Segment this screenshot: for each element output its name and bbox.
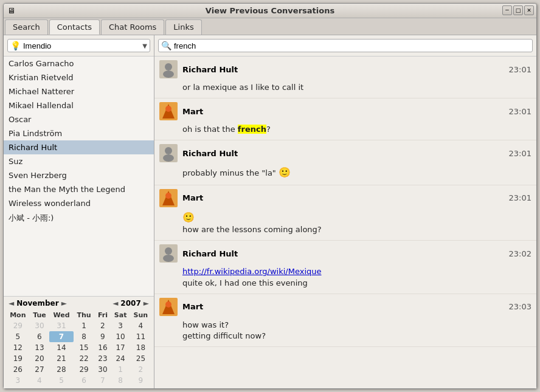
calendar-day[interactable]: 4 <box>130 320 151 331</box>
calendar-day[interactable]: 5 <box>6 331 30 342</box>
calendar-day[interactable]: 30 <box>94 364 111 375</box>
smiley-icon: 🙂 <box>279 167 291 178</box>
contact-item[interactable]: Pia Lindström <box>4 126 154 140</box>
tab-search[interactable]: Search <box>5 19 48 35</box>
calendar-day[interactable]: 9 <box>130 375 151 386</box>
calendar-day[interactable]: 5 <box>49 375 74 386</box>
contact-item[interactable]: Sven Herzberg <box>4 168 154 182</box>
chat-search-wrapper: 🔍 <box>158 39 533 52</box>
calendar-header: ◄ November ► ◄ 2007 ► <box>6 299 151 308</box>
calendar-day[interactable]: 29 <box>6 320 30 331</box>
tab-links[interactable]: Links <box>165 19 201 35</box>
svg-point-7 <box>165 193 171 199</box>
message-header: Mart 23:01 <box>154 185 536 210</box>
calendar-day[interactable]: 6 <box>30 331 50 342</box>
calendar-day[interactable]: 14 <box>49 342 74 353</box>
svg-point-1 <box>163 70 174 78</box>
calendar-day[interactable]: 16 <box>94 342 111 353</box>
avatar <box>159 60 178 78</box>
message-header: Mart 23:03 <box>154 294 536 318</box>
contact-item[interactable]: Wireless wonderland <box>4 196 154 210</box>
svg-point-4 <box>165 147 172 154</box>
calendar-day[interactable]: 28 <box>49 364 74 375</box>
calendar-day[interactable]: 21 <box>49 353 74 364</box>
contact-item[interactable]: Carlos Garnacho <box>4 57 154 70</box>
close-button[interactable]: ✕ <box>524 5 534 15</box>
message-block: Richard Hult 23:02 http://fr.wikipedia.o… <box>154 241 536 294</box>
right-panel: 🔍 Richard Hult <box>154 35 536 388</box>
svg-point-3 <box>165 106 171 112</box>
contact-item[interactable]: Suz <box>4 154 154 168</box>
calendar-day[interactable]: 29 <box>74 364 95 375</box>
minimize-button[interactable]: ─ <box>502 5 512 15</box>
next-year-button[interactable]: ► <box>141 299 151 308</box>
next-month-button[interactable]: ► <box>59 299 69 308</box>
avatar <box>159 102 178 120</box>
calendar-day[interactable]: 9 <box>94 331 111 342</box>
tab-chat-rooms[interactable]: Chat Rooms <box>101 19 164 35</box>
calendar-day[interactable]: 13 <box>30 342 50 353</box>
calendar-day[interactable]: 2 <box>130 364 151 375</box>
prev-year-button[interactable]: ◄ <box>110 299 120 308</box>
calendar-day[interactable]: 23 <box>94 353 111 364</box>
message-header: Mart 23:01 <box>154 98 536 123</box>
calendar-day[interactable]: 19 <box>6 353 30 364</box>
weekday-header: Tue <box>30 310 50 320</box>
calendar-day[interactable]: 24 <box>111 353 130 364</box>
weekday-header: Sat <box>111 310 130 320</box>
calendar-day[interactable]: 30 <box>30 320 50 331</box>
calendar-day[interactable]: 27 <box>30 364 50 375</box>
calendar-day[interactable]: 26 <box>6 364 30 375</box>
calendar-table: Mon Tue Wed Thu Fri Sat Sun 293031123456… <box>6 310 151 386</box>
weekday-header: Fri <box>94 310 111 320</box>
calendar-day[interactable]: 15 <box>74 342 95 353</box>
calendar-day[interactable]: 8 <box>74 331 95 342</box>
svg-point-11 <box>165 301 171 308</box>
contact-item[interactable]: Oscar <box>4 112 154 126</box>
message-time: 23:03 <box>509 302 531 311</box>
window-title: View Previous Conversations <box>206 6 334 15</box>
calendar-day[interactable]: 25 <box>130 353 151 364</box>
message-body: http://fr.wikipedia.org/wiki/Mexique qui… <box>154 265 536 293</box>
calendar-day[interactable]: 18 <box>130 342 151 353</box>
calendar-day[interactable]: 12 <box>6 342 30 353</box>
calendar-day[interactable]: 8 <box>111 375 130 386</box>
calendar-day[interactable]: 10 <box>111 331 130 342</box>
calendar-day[interactable]: 3 <box>111 320 130 331</box>
window-icon: 🖥 <box>7 6 17 16</box>
account-select[interactable]: Imendio <box>23 41 142 50</box>
dropdown-arrow-icon: ▼ <box>142 43 147 49</box>
calendar-day[interactable]: 3 <box>6 375 30 386</box>
message-body: probably minus the "la" 🙂 <box>154 165 536 184</box>
maximize-button[interactable]: □ <box>513 5 523 15</box>
calendar-day[interactable]: 31 <box>49 320 74 331</box>
chat-search-input[interactable] <box>174 41 530 50</box>
contact-item[interactable]: Mikael Hallendal <box>4 98 154 112</box>
calendar-day[interactable]: 20 <box>30 353 50 364</box>
calendar-day[interactable]: 7 <box>49 331 74 342</box>
calendar-day[interactable]: 7 <box>94 375 111 386</box>
weekday-header: Sun <box>130 310 151 320</box>
tab-contacts[interactable]: Contacts <box>49 19 100 35</box>
main-window: 🖥 View Previous Conversations ─ □ ✕ Sear… <box>3 3 537 389</box>
prev-month-button[interactable]: ◄ <box>6 299 16 308</box>
message-block: Mart 23:01 oh is that the french? <box>154 98 536 140</box>
chat-messages: Richard Hult 23:01 or la mexique as I li… <box>154 57 536 388</box>
contact-item[interactable]: Kristian Rietveld <box>4 70 154 84</box>
message-block: Mart 23:01 🙂 how are the lessons coming … <box>154 185 536 241</box>
calendar-day[interactable]: 4 <box>30 375 50 386</box>
calendar-day[interactable]: 2 <box>94 320 111 331</box>
account-dropdown-wrapper[interactable]: 💡 Imendio ▼ <box>7 39 150 52</box>
svg-point-0 <box>165 63 172 70</box>
calendar-day[interactable]: 1 <box>111 364 130 375</box>
calendar-day[interactable]: 17 <box>111 342 130 353</box>
contact-item-selected[interactable]: Richard Hult <box>4 140 154 154</box>
calendar-day[interactable]: 11 <box>130 331 151 342</box>
contact-item[interactable]: 小斌 - 小雨:) <box>4 210 154 226</box>
contact-item[interactable]: Michael Natterer <box>4 84 154 98</box>
calendar-day[interactable]: 6 <box>74 375 95 386</box>
message-link[interactable]: http://fr.wikipedia.org/wiki/Mexique <box>182 267 322 276</box>
calendar-day[interactable]: 1 <box>74 320 95 331</box>
calendar-day[interactable]: 22 <box>74 353 95 364</box>
contact-item[interactable]: the Man the Myth the Legend <box>4 182 154 196</box>
